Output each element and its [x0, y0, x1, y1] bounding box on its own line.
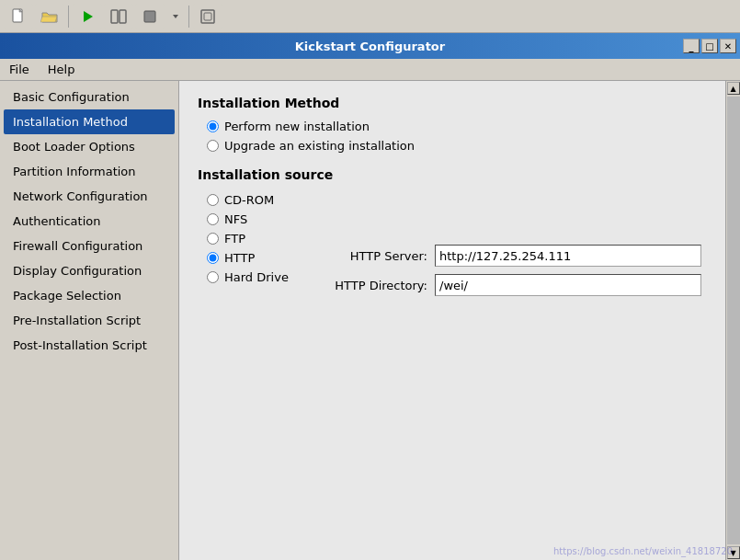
- http-directory-input[interactable]: [435, 274, 701, 296]
- right-scrollbar[interactable]: ▲ ▼: [725, 81, 740, 560]
- svg-marker-2: [84, 11, 93, 22]
- upgrade-existing-option[interactable]: Upgrade an existing installation: [207, 139, 707, 153]
- watermark: https://blog.csdn.net/weixin_41818720: [553, 546, 733, 556]
- installation-source-section: Installation source CD-ROM NFS: [198, 167, 707, 296]
- svg-rect-3: [111, 10, 118, 23]
- sidebar-item-firewall-configuration[interactable]: Firewall Configuration: [4, 234, 175, 258]
- window-button[interactable]: [193, 4, 222, 29]
- content-area: Installation Method Perform new installa…: [179, 81, 725, 560]
- svg-rect-5: [144, 11, 155, 22]
- help-menu[interactable]: Help: [42, 61, 81, 78]
- http-option[interactable]: HTTP: [207, 251, 308, 265]
- open-button[interactable]: [35, 4, 64, 29]
- sidebar-item-installation-method[interactable]: Installation Method: [4, 109, 175, 134]
- cdrom-radio[interactable]: [207, 194, 219, 206]
- close-button[interactable]: ✕: [720, 39, 736, 53]
- ftp-option[interactable]: FTP: [207, 232, 308, 246]
- perform-new-installation-label: Perform new installation: [224, 120, 370, 133]
- maximize-button[interactable]: □: [701, 39, 718, 53]
- menubar: File Help: [0, 59, 740, 81]
- sidebar-item-post-installation-script[interactable]: Post-Installation Script: [4, 333, 175, 358]
- upgrade-existing-label: Upgrade an existing installation: [224, 139, 415, 153]
- scroll-up-arrow[interactable]: ▲: [727, 82, 740, 95]
- toolbar-separator-1: [68, 6, 69, 28]
- ftp-label: FTP: [224, 232, 245, 246]
- hard-drive-radio[interactable]: [207, 271, 219, 283]
- sidebar-item-package-selection[interactable]: Package Selection: [4, 283, 175, 308]
- columns-button[interactable]: [104, 4, 133, 29]
- http-directory-label: HTTP Directory:: [326, 279, 427, 292]
- ftp-radio[interactable]: [207, 233, 219, 245]
- hard-drive-option[interactable]: Hard Drive: [207, 270, 308, 284]
- toolbar: [0, 0, 740, 33]
- http-server-row: HTTP Server:: [326, 245, 707, 267]
- hard-drive-label: Hard Drive: [224, 270, 289, 284]
- window-title: Kickstart Configurator: [295, 40, 445, 53]
- installation-method-title: Installation Method: [198, 96, 707, 110]
- sidebar-item-pre-installation-script[interactable]: Pre-Installation Script: [4, 308, 175, 333]
- sidebar: Basic Configuration Installation Method …: [0, 81, 179, 560]
- svg-marker-6: [173, 15, 178, 18]
- sidebar-item-boot-loader-options[interactable]: Boot Loader Options: [4, 134, 175, 159]
- cdrom-label: CD-ROM: [224, 193, 274, 207]
- sidebar-item-basic-configuration[interactable]: Basic Configuration: [4, 85, 175, 109]
- install-options-group: Perform new installation Upgrade an exis…: [207, 120, 707, 153]
- titlebar: Kickstart Configurator _ □ ✕: [0, 33, 740, 59]
- nfs-radio[interactable]: [207, 213, 219, 225]
- file-menu[interactable]: File: [4, 61, 35, 78]
- http-directory-row: HTTP Directory:: [326, 274, 707, 296]
- perform-new-installation-radio[interactable]: [207, 120, 219, 132]
- http-fields-right: HTTP Server: HTTP Directory:: [308, 193, 707, 296]
- svg-rect-8: [204, 13, 211, 20]
- installation-source-title: Installation source: [198, 167, 707, 182]
- sidebar-item-network-configuration[interactable]: Network Configuration: [4, 184, 175, 209]
- sidebar-item-display-configuration[interactable]: Display Configuration: [4, 258, 175, 283]
- http-server-label: HTTP Server:: [326, 249, 427, 263]
- minimize-button[interactable]: _: [683, 39, 700, 53]
- sidebar-item-partition-information[interactable]: Partition Information: [4, 159, 175, 184]
- http-server-input[interactable]: [435, 245, 701, 267]
- svg-rect-4: [120, 10, 126, 23]
- nfs-label: NFS: [224, 212, 247, 226]
- dropdown-arrow[interactable]: [166, 4, 185, 29]
- svg-rect-7: [201, 10, 214, 23]
- source-radios-left: CD-ROM NFS FTP: [198, 193, 308, 284]
- source-layout: CD-ROM NFS FTP: [198, 193, 707, 296]
- http-radio[interactable]: [207, 252, 219, 264]
- http-label: HTTP: [224, 251, 255, 265]
- nfs-option[interactable]: NFS: [207, 212, 308, 226]
- upgrade-existing-radio[interactable]: [207, 140, 219, 152]
- toolbar-separator-2: [188, 6, 189, 28]
- scroll-track: [727, 97, 740, 544]
- main-content: Basic Configuration Installation Method …: [0, 81, 740, 560]
- new-button[interactable]: [4, 4, 33, 29]
- window-controls: _ □ ✕: [683, 39, 736, 53]
- cdrom-option[interactable]: CD-ROM: [207, 193, 308, 207]
- stop-button[interactable]: [135, 4, 165, 29]
- source-radios-group: CD-ROM NFS FTP: [207, 193, 308, 284]
- perform-new-installation-option[interactable]: Perform new installation: [207, 120, 707, 133]
- sidebar-item-authentication[interactable]: Authentication: [4, 209, 175, 234]
- run-button[interactable]: [73, 4, 102, 29]
